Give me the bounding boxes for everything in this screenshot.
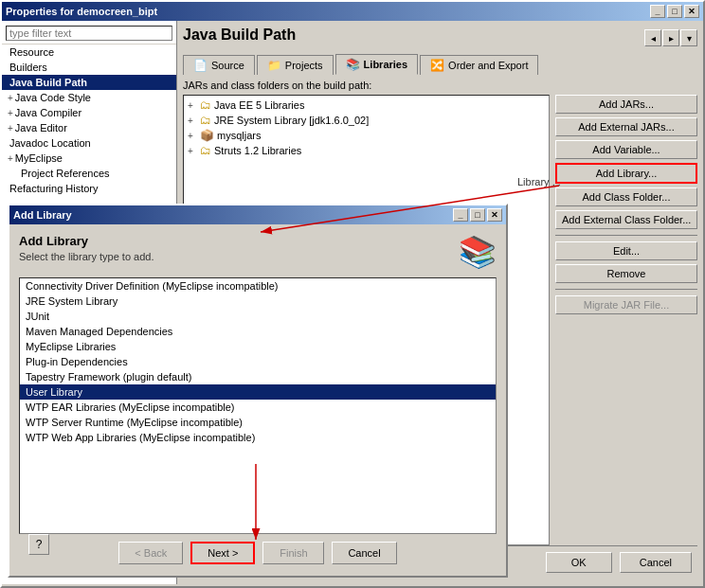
tree-item-label: Struts 1.2 Libraries <box>214 145 301 156</box>
nav-item-java-build-path[interactable]: Java Build Path <box>2 75 176 90</box>
list-item-wtp-server[interactable]: WTP Server Runtime (MyEclipse incompatib… <box>20 415 496 430</box>
nav-item-resource[interactable]: Resource <box>2 45 176 60</box>
cancel-dialog-button[interactable]: Cancel <box>332 542 396 564</box>
expand-icon: + <box>8 108 13 118</box>
nav-item-java-editor[interactable]: +Java Editor <box>2 120 176 135</box>
right-buttons-panel: Add JARs... Add External JARs... Add Var… <box>555 95 697 545</box>
back-arrow-button[interactable]: ◂ <box>644 29 661 46</box>
tab-projects-label: Projects <box>285 60 323 71</box>
tree-item-struts[interactable]: + 🗂 Struts 1.2 Libraries <box>186 143 547 158</box>
tab-source-label: Source <box>211 60 244 71</box>
dialog-bottom-buttons: ? < Back Next > Finish Cancel <box>19 542 497 564</box>
list-item-junit[interactable]: JUnit <box>20 309 496 324</box>
tree-item-label: mysqljars <box>217 130 261 141</box>
right-panel-title: Java Build Path <box>183 27 296 44</box>
dialog-title-bar: Add Library _ □ ✕ <box>9 205 506 224</box>
nav-arrows: ◂ ▸ ▾ <box>644 29 697 46</box>
edit-button[interactable]: Edit... <box>555 241 697 260</box>
expand-icon: + <box>188 131 197 141</box>
list-item-tapestry[interactable]: Tapestry Framework (plugin default) <box>20 369 496 384</box>
add-external-class-folder-button[interactable]: Add External Class Folder... <box>555 210 697 229</box>
expand-icon: + <box>188 100 197 111</box>
filter-input[interactable] <box>6 26 172 41</box>
add-external-jars-button[interactable]: Add External JARs... <box>555 117 697 136</box>
ok-button[interactable]: OK <box>546 552 612 573</box>
add-library-button[interactable]: Add Library... <box>555 163 697 184</box>
add-variable-button[interactable]: Add Variable... <box>555 140 697 159</box>
remove-button[interactable]: Remove <box>555 264 697 283</box>
list-item-connectivity[interactable]: Connectivity Driver Definition (MyEclips… <box>20 278 496 294</box>
build-desc: JARs and class folders on the build path… <box>183 80 697 91</box>
tab-libraries[interactable]: 📚 Libraries <box>335 54 418 75</box>
tree-item-javaee[interactable]: + 🗂 Java EE 5 Libraries <box>186 98 547 113</box>
nav-item-javadoc[interactable]: Javadoc Location <box>2 135 176 151</box>
nav-item-project-references[interactable]: Project References <box>2 166 176 181</box>
expand-icon: + <box>188 116 197 126</box>
main-window-title: Properties for democreen_bipt <box>6 6 157 17</box>
libraries-tab-icon: 📚 <box>346 58 360 71</box>
list-item-maven[interactable]: Maven Managed Dependencies <box>20 324 496 339</box>
dialog-heading: Add Library <box>19 234 154 248</box>
tab-bar: 📄 Source 📁 Projects 📚 Libraries 🔀 Order … <box>183 53 697 76</box>
tree-item-label: Java EE 5 Libraries <box>214 99 304 111</box>
tab-libraries-label: Libraries <box>364 59 407 70</box>
finish-button[interactable]: Finish <box>262 542 324 564</box>
projects-tab-icon: 📁 <box>267 59 281 72</box>
dialog-header: Add Library Select the library type to a… <box>19 234 497 270</box>
folder-icon: 🗂 <box>200 98 211 112</box>
filter-wrap <box>2 23 176 45</box>
list-item-user-library[interactable]: User Library <box>20 384 496 400</box>
main-title-bar: Properties for democreen_bipt _ □ ✕ <box>2 2 703 21</box>
help-button[interactable]: ? <box>28 534 49 555</box>
add-jars-button[interactable]: Add JARs... <box>555 95 697 114</box>
back-button[interactable]: < Back <box>118 542 183 564</box>
minimize-button[interactable]: _ <box>650 5 665 18</box>
add-class-folder-button[interactable]: Add Class Folder... <box>555 187 697 206</box>
list-item-wtp-webapp[interactable]: WTP Web App Libraries (MyEclipse incompa… <box>20 430 496 445</box>
tree-item-label: JRE System Library [jdk1.6.0_02] <box>214 115 369 126</box>
folder-icon: 🗂 <box>200 144 211 157</box>
dialog-header-text: Add Library Select the library type to a… <box>19 234 154 262</box>
migrate-jar-button[interactable]: Migrate JAR File... <box>555 295 697 314</box>
dialog-close-button[interactable]: ✕ <box>487 208 502 222</box>
jar-icon: 📦 <box>200 129 214 142</box>
maximize-button[interactable]: □ <box>667 5 682 18</box>
source-tab-icon: 📄 <box>193 59 208 72</box>
list-item-wtp-ear[interactable]: WTP EAR Libraries (MyEclipse incompatibl… <box>20 400 496 415</box>
dialog-minimize-button[interactable]: _ <box>453 208 468 222</box>
folder-icon: 🗂 <box>200 114 211 127</box>
dialog-title-buttons: _ □ ✕ <box>453 208 502 222</box>
cancel-main-button[interactable]: Cancel <box>620 552 692 573</box>
next-button[interactable]: Next > <box>190 542 255 564</box>
nav-item-refacturing[interactable]: Refacturing History <box>2 181 176 196</box>
title-bar-buttons: _ □ ✕ <box>650 5 699 18</box>
library-dialog-icon: 📚 <box>459 234 497 270</box>
tab-order-export[interactable]: 🔀 Order and Export <box>420 55 538 75</box>
down-arrow-button[interactable]: ▾ <box>680 29 697 46</box>
expand-icon: + <box>188 146 197 156</box>
dialog-description: Select the library type to add. <box>19 251 154 262</box>
tree-item-jre[interactable]: + 🗂 JRE System Library [jdk1.6.0_02] <box>186 113 547 128</box>
expand-icon: + <box>8 153 13 164</box>
dialog-title: Add Library <box>13 209 72 221</box>
expand-icon: + <box>8 93 13 103</box>
dialog-maximize-button[interactable]: □ <box>470 208 485 222</box>
add-library-dialog: Add Library _ □ ✕ Add Library Select the… <box>8 204 508 578</box>
expand-icon: + <box>8 123 13 134</box>
dialog-list[interactable]: Connectivity Driver Definition (MyEclips… <box>19 277 497 534</box>
dialog-content: Add Library Select the library type to a… <box>9 224 506 574</box>
tab-projects[interactable]: 📁 Projects <box>257 55 334 75</box>
order-tab-icon: 🔀 <box>430 59 444 72</box>
tab-order-label: Order and Export <box>448 60 528 71</box>
close-button[interactable]: ✕ <box>684 5 699 18</box>
list-item-plugin-deps[interactable]: Plug-in Dependencies <box>20 354 496 369</box>
nav-item-java-compiler[interactable]: +Java Compiler <box>2 105 176 120</box>
list-item-myeclipse-libs[interactable]: MyEclipse Libraries <box>20 339 496 354</box>
nav-item-builders[interactable]: Builders <box>2 60 176 75</box>
tree-item-mysqljars[interactable]: + 📦 mysqljars <box>186 128 547 143</box>
forward-arrow-button[interactable]: ▸ <box>662 29 679 46</box>
nav-item-java-code-style[interactable]: +Java Code Style <box>2 90 176 105</box>
tab-source[interactable]: 📄 Source <box>183 55 255 75</box>
list-item-jre-system[interactable]: JRE System Library <box>20 294 496 309</box>
nav-item-myeclipse[interactable]: +MyEclipse <box>2 151 176 166</box>
